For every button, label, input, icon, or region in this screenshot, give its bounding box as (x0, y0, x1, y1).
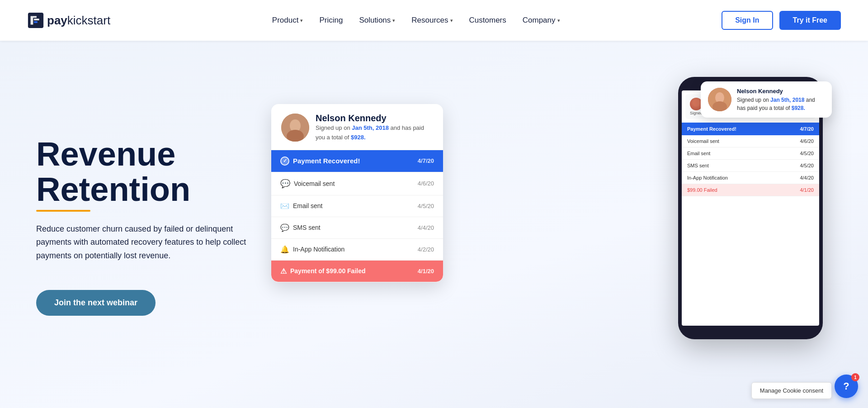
phone-row-3: SMS sent 4/5/20 (682, 160, 819, 172)
card-avatar (281, 114, 309, 142)
float-avatar (708, 88, 731, 111)
hero-visual: Nelson Kennedy Signed up on Jan 5th, 201… (271, 68, 841, 384)
card-user-info: Nelson Kennedy Signed up on Jan 5th, 201… (316, 113, 433, 142)
card-row-email: ✉️ Email sent 4/5/20 (271, 195, 443, 217)
hero-content: Revenue Retention Reduce customer churn … (36, 137, 271, 315)
nav-product[interactable]: Product ▾ (272, 16, 303, 25)
phone-screen: Nelson Kennedy Signed up on Jan 5th, 201… (682, 90, 819, 326)
card-user-sub: Signed up on Jan 5th, 2018 and has paid … (316, 123, 433, 142)
solutions-chevron-icon: ▾ (392, 18, 395, 24)
card-row-notification: 🔔 In-App Notification 4/2/20 (271, 239, 443, 261)
card-row-sms: 💬 SMS sent 4/4/20 (271, 217, 443, 239)
resources-chevron-icon: ▾ (450, 18, 453, 24)
chat-badge: 1 (851, 373, 859, 381)
chat-bubble[interactable]: 1 ? (835, 375, 858, 398)
float-avatar-image (708, 88, 731, 111)
main-recovery-card: Nelson Kennedy Signed up on Jan 5th, 201… (271, 104, 443, 282)
card-row-voicemail: 💬 Voicemail sent 4/6/20 (271, 172, 443, 195)
try-free-button[interactable]: Try it Free (779, 11, 841, 30)
nav-pricing[interactable]: Pricing (319, 16, 343, 25)
navbar: paykickstart Product ▾ Pricing Solutions… (0, 0, 868, 41)
warning-icon: ⚠ (280, 267, 287, 275)
nav-company[interactable]: Company ▾ (523, 16, 560, 25)
chat-icon: ? (843, 380, 849, 392)
phone-row-2: Email sent 4/5/20 (682, 147, 819, 160)
product-chevron-icon: ▾ (300, 18, 303, 24)
sms-icon: 💬 (280, 223, 289, 232)
card-row-recovered: ✓ Payment Recovered! 4/7/20 (271, 150, 443, 172)
card-avatar-image (281, 114, 309, 142)
logo-text: paykickstart (47, 14, 110, 28)
hero-section: Revenue Retention Reduce customer churn … (0, 41, 868, 408)
webinar-button[interactable]: Join the next webinar (36, 290, 156, 316)
nav-resources[interactable]: Resources ▾ (411, 16, 453, 25)
phone-row-1: Voicemail sent 4/6/20 (682, 135, 819, 147)
company-chevron-icon: ▾ (557, 18, 560, 24)
logo[interactable]: paykickstart (27, 12, 110, 29)
hero-description: Reduce customer churn caused by failed o… (36, 223, 253, 263)
bell-icon: 🔔 (280, 245, 289, 254)
voicemail-icon: 💬 (280, 179, 290, 189)
signin-button[interactable]: Sign In (722, 11, 773, 30)
phone-header-row: Payment Recovered! 4/7/20 (682, 123, 819, 135)
cookie-consent-bar[interactable]: Manage Cookie consent (751, 382, 832, 399)
float-user-card: Nelson Kennedy Signed up on Jan 5th, 201… (701, 81, 832, 118)
email-icon: ✉️ (280, 202, 289, 210)
nav-customers[interactable]: Customers (469, 16, 506, 25)
float-user-info: Nelson Kennedy Signed up on Jan 5th, 201… (737, 87, 825, 112)
hero-title: Revenue Retention (36, 137, 271, 211)
phone-failed-row: $99.00 Failed 4/1/20 (682, 184, 819, 196)
card-row-failed: ⚠ Payment of $99.00 Failed 4/1/20 (271, 261, 443, 282)
check-circle-icon: ✓ (280, 157, 289, 166)
logo-icon (27, 12, 44, 29)
phone-row-4: In-App Notification 4/4/20 (682, 172, 819, 184)
card-header: Nelson Kennedy Signed up on Jan 5th, 201… (271, 104, 443, 150)
nav-actions: Sign In Try it Free (722, 11, 841, 30)
nav-links: Product ▾ Pricing Solutions ▾ Resources … (272, 16, 560, 25)
nav-solutions[interactable]: Solutions ▾ (359, 16, 395, 25)
